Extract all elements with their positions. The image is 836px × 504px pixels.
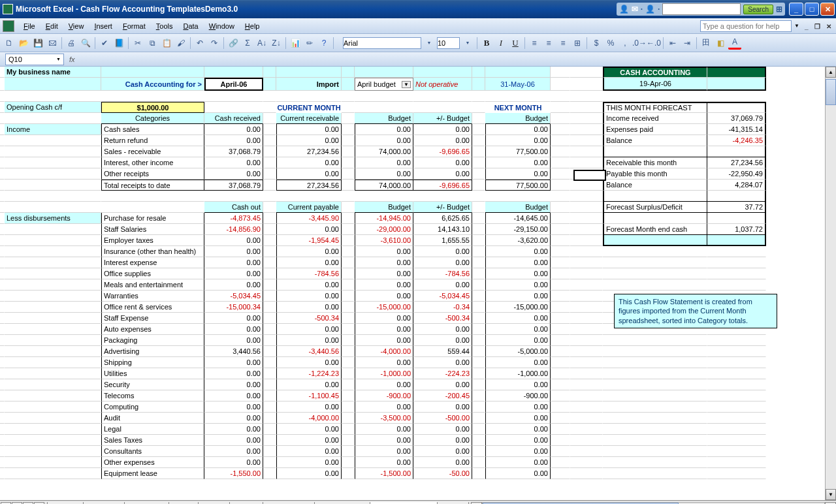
cell[interactable]: 0.00 xyxy=(276,435,342,446)
cell[interactable] xyxy=(355,191,413,202)
cell[interactable] xyxy=(5,246,101,257)
cell[interactable]: 27,234.56 xyxy=(276,146,342,157)
cell[interactable] xyxy=(342,468,355,479)
forecast-value[interactable]: -41,315.14 xyxy=(707,124,766,135)
cell[interactable] xyxy=(570,268,603,279)
cell[interactable] xyxy=(570,446,603,457)
forecast-end-label[interactable] xyxy=(603,346,707,357)
cell[interactable]: 0.00 xyxy=(204,168,263,180)
currency-icon[interactable]: $ xyxy=(590,37,603,50)
cell[interactable] xyxy=(570,313,603,324)
cell[interactable]: 559.44 xyxy=(413,346,472,357)
income-category[interactable]: Other receipts xyxy=(101,168,204,180)
forecast-end-value[interactable] xyxy=(707,390,766,402)
cell[interactable]: 0.00 xyxy=(485,435,551,446)
cell[interactable]: -784.56 xyxy=(276,268,342,279)
cell[interactable]: -15,000.34 xyxy=(204,302,263,313)
cell[interactable]: 0.00 xyxy=(413,446,472,457)
cell[interactable] xyxy=(413,91,472,102)
cell[interactable]: 0.00 xyxy=(204,457,263,468)
forecast-header[interactable]: THIS MONTH FORECAST xyxy=(603,102,707,113)
cell[interactable] xyxy=(0,291,5,302)
cell[interactable] xyxy=(551,435,570,446)
cell[interactable] xyxy=(472,424,485,435)
income-category[interactable]: Cash sales xyxy=(101,124,204,135)
cell[interactable] xyxy=(263,168,276,180)
col-plusminus[interactable]: +/- Budget xyxy=(413,113,472,124)
cell[interactable] xyxy=(570,279,603,291)
forecast-end-label[interactable]: Forecast Month end cash xyxy=(603,224,707,235)
sheet-tab[interactable]: Cash Accounting xyxy=(370,502,438,505)
cell[interactable] xyxy=(551,67,570,78)
cell[interactable] xyxy=(472,402,485,413)
cell[interactable] xyxy=(5,302,101,313)
expense-category[interactable]: Advertising xyxy=(101,346,204,357)
cell[interactable]: 0.00 xyxy=(276,246,342,257)
forecast-label[interactable]: Expenses paid xyxy=(603,124,707,135)
cell[interactable]: 0.00 xyxy=(276,135,342,146)
cell[interactable] xyxy=(0,413,5,424)
forecast-end-label[interactable] xyxy=(603,368,707,379)
cell[interactable] xyxy=(570,335,603,346)
cell[interactable] xyxy=(551,379,570,390)
cell[interactable]: 0.00 xyxy=(204,379,263,390)
menu-format[interactable]: Format xyxy=(118,20,151,32)
cell[interactable]: 0.00 xyxy=(276,279,342,291)
dec-decimal-icon[interactable]: ←.0 xyxy=(647,37,660,50)
cell[interactable]: 0.00 xyxy=(355,357,413,368)
cell[interactable]: 0.00 xyxy=(413,379,472,390)
forecast-end-label[interactable] xyxy=(603,357,707,368)
cell[interactable] xyxy=(472,413,485,424)
cell[interactable]: 0.00 xyxy=(413,424,472,435)
cell[interactable] xyxy=(0,213,5,224)
cell[interactable]: 4,284.07 xyxy=(707,180,766,191)
cell[interactable] xyxy=(472,302,485,313)
mail-icon[interactable]: ✉ xyxy=(632,5,638,14)
cell[interactable] xyxy=(472,279,485,291)
cell[interactable]: 0.00 xyxy=(204,413,263,424)
forecast-end-label[interactable] xyxy=(603,435,707,446)
cell[interactable] xyxy=(342,346,355,357)
scroll-down-icon[interactable]: ▼ xyxy=(826,489,836,500)
cell[interactable]: -5,034.45 xyxy=(204,291,263,302)
sheet-tab[interactable]: Excel xyxy=(169,502,199,505)
formula-input[interactable] xyxy=(80,54,836,65)
cell[interactable] xyxy=(263,91,276,102)
cell[interactable] xyxy=(342,335,355,346)
cell[interactable] xyxy=(263,413,276,424)
cell[interactable] xyxy=(5,168,101,180)
sheet-tab[interactable]: Part 2 xyxy=(437,502,469,505)
copy-icon[interactable]: ⧉ xyxy=(146,37,159,50)
cell[interactable] xyxy=(472,202,485,213)
expense-category[interactable]: Purchase for resale xyxy=(101,213,204,224)
cell[interactable] xyxy=(263,102,276,113)
expense-category[interactable]: Sales Taxes xyxy=(101,435,204,446)
cell[interactable]: 0.00 xyxy=(276,157,342,168)
cell[interactable]: 0.00 xyxy=(355,135,413,146)
cell[interactable] xyxy=(551,390,570,402)
cell[interactable]: Balance xyxy=(603,180,707,191)
cell[interactable]: 0.00 xyxy=(413,402,472,413)
expense-category[interactable]: Interest expense xyxy=(101,257,204,268)
cell[interactable] xyxy=(342,235,355,246)
cell[interactable]: 0.00 xyxy=(485,424,551,435)
cell[interactable]: -784.56 xyxy=(413,268,472,279)
cell[interactable]: 0.00 xyxy=(355,335,413,346)
cell[interactable] xyxy=(5,180,101,191)
cell[interactable] xyxy=(570,390,603,402)
cell[interactable] xyxy=(342,67,355,78)
less-disbursements-label[interactable]: Less disbursements xyxy=(5,213,101,224)
cell[interactable] xyxy=(342,224,355,235)
cell[interactable] xyxy=(0,435,5,446)
cell[interactable] xyxy=(570,157,603,168)
income-category[interactable]: Sales - receivable xyxy=(101,146,204,157)
cell[interactable]: 0.00 xyxy=(485,335,551,346)
cell[interactable] xyxy=(342,246,355,257)
col-current-receivable[interactable]: Current receivable xyxy=(276,113,342,124)
cell[interactable] xyxy=(263,424,276,435)
cell[interactable] xyxy=(5,379,101,390)
cell[interactable] xyxy=(0,390,5,402)
borders-icon[interactable]: 田 xyxy=(699,37,713,50)
next-month-header[interactable]: NEXT MONTH xyxy=(485,102,551,113)
cell[interactable] xyxy=(342,390,355,402)
